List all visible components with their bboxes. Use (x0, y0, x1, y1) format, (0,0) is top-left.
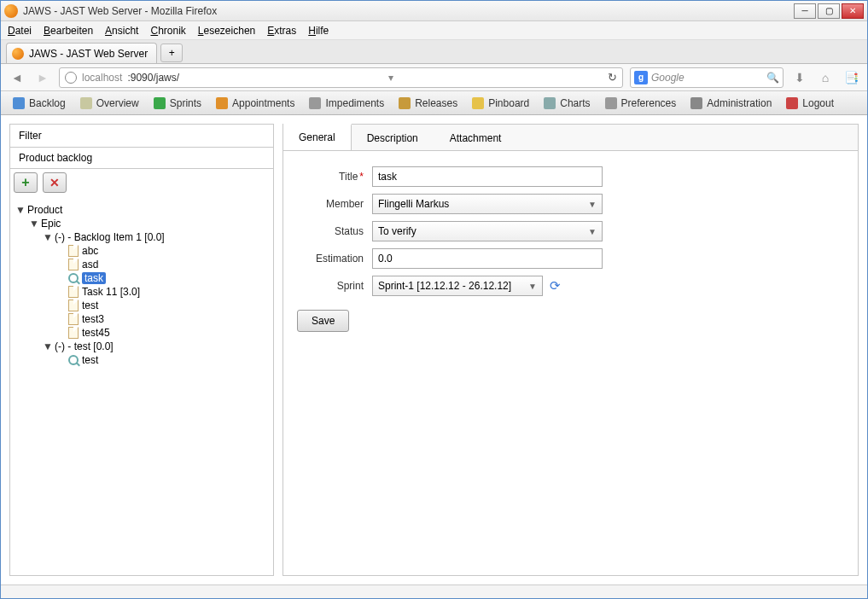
refresh-sprint-icon[interactable]: ⟳ (550, 278, 561, 294)
google-icon: g (634, 71, 648, 84)
downloads-button[interactable]: ⬇ (790, 68, 809, 87)
tree-toggle-icon: ▼ (29, 218, 38, 230)
member-label: Member (297, 198, 364, 210)
title-label: Title (339, 171, 358, 183)
filter-box[interactable]: Filter (10, 125, 273, 148)
toolbar-impediments[interactable]: Impediments (302, 94, 391, 113)
magnifier-icon (68, 273, 79, 283)
tree-node[interactable]: ▼Product (15, 203, 268, 217)
tree-toggle-icon: ▼ (43, 340, 51, 352)
minimize-button[interactable]: ─ (794, 3, 816, 19)
tree-label: task (82, 272, 106, 284)
overview-icon (80, 97, 92, 109)
menu-chronik[interactable]: Chronik (150, 25, 185, 37)
backlog-icon (13, 97, 25, 109)
toolbar-administration[interactable]: Administration (684, 94, 778, 113)
toolbar-backlog[interactable]: Backlog (6, 94, 73, 113)
tree-label: (-) - Backlog Item 1 [0.0] (55, 231, 165, 243)
administration-icon (690, 97, 702, 109)
sidebar: Filter Product backlog + ✕ ▼Product▼Epic… (9, 124, 274, 576)
toolbar-releases[interactable]: Releases (392, 94, 464, 113)
tree-node[interactable]: ▼(-) - test [0.0] (15, 340, 268, 353)
estimation-label: Estimation (297, 253, 364, 265)
toolbar-charts[interactable]: Charts (537, 94, 597, 113)
document-icon (68, 245, 79, 257)
delete-button[interactable]: ✕ (43, 172, 67, 193)
magnifier-icon (68, 355, 79, 365)
logout-icon (786, 97, 798, 109)
menu-lesezeichen[interactable]: Lesezeichen (198, 25, 255, 37)
search-bar[interactable]: g Google 🔍 (630, 67, 784, 88)
browser-tabbar: JAWS - JAST Web Server + (1, 40, 867, 64)
document-icon (68, 313, 79, 325)
menu-ansicht[interactable]: Ansicht (105, 25, 138, 37)
backlog-header: Product backlog (10, 148, 273, 169)
toolbar-overview[interactable]: Overview (73, 94, 146, 113)
tree-node[interactable]: abc (15, 244, 268, 258)
tree-node[interactable]: test45 (15, 326, 268, 340)
estimation-input[interactable] (372, 248, 603, 269)
back-button[interactable]: ◄ (8, 68, 26, 87)
sprints-icon (154, 97, 166, 109)
window-titlebar: JAWS - JAST Web Server - Mozilla Firefox… (1, 1, 867, 21)
tree-node[interactable]: Task 11 [3.0] (15, 285, 268, 299)
tree-label: Epic (41, 218, 61, 230)
sprint-label: Sprint (297, 280, 364, 292)
tree-node[interactable]: asd (15, 258, 268, 271)
toolbar-logout[interactable]: Logout (779, 94, 841, 113)
app-content: Filter Product backlog + ✕ ▼Product▼Epic… (1, 115, 867, 584)
tab-attachment[interactable]: Attachment (434, 125, 518, 150)
tree-toggle-icon: ▼ (15, 204, 24, 216)
menu-bearbeiten[interactable]: Bearbeiten (44, 25, 93, 37)
reload-button[interactable]: ↻ (608, 71, 617, 84)
bookmarks-button[interactable]: 📑 (842, 68, 860, 87)
firefox-icon (4, 4, 18, 18)
toolbar-pinboard[interactable]: Pinboard (465, 94, 536, 113)
window-title: JAWS - JAST Web Server - Mozilla Firefox (23, 5, 794, 17)
toolbar-sprints[interactable]: Sprints (147, 94, 208, 113)
save-button[interactable]: Save (297, 310, 349, 332)
tree-node[interactable]: ▼Epic (15, 217, 268, 230)
tree-node[interactable]: test (15, 353, 268, 367)
pinboard-icon (472, 97, 484, 109)
tree-label: test3 (82, 313, 104, 325)
document-icon (68, 327, 79, 339)
url-bar[interactable]: localhost:9090/jaws/ ▾ ↻ (59, 67, 623, 88)
tab-description[interactable]: Description (352, 125, 434, 150)
detail-tabs: GeneralDescriptionAttachment (283, 125, 858, 151)
document-icon (68, 286, 79, 298)
tree-node[interactable]: task (15, 271, 268, 285)
new-tab-button[interactable]: + (160, 44, 183, 62)
maximize-button[interactable]: ▢ (818, 3, 840, 19)
toolbar-appointments[interactable]: Appointments (209, 94, 301, 113)
browser-tab[interactable]: JAWS - JAST Web Server (6, 43, 157, 63)
sprint-select[interactable]: Sprint-1 [12.12.12 - 26.12.12]▼ (372, 276, 543, 296)
menu-hilfe[interactable]: Hilfe (308, 25, 329, 37)
backlog-tree: ▼Product▼Epic▼(-) - Backlog Item 1 [0.0]… (10, 196, 273, 575)
impediments-icon (309, 97, 321, 109)
tree-node[interactable]: ▼(-) - Backlog Item 1 [0.0] (15, 230, 268, 244)
title-input[interactable] (372, 166, 603, 187)
home-button[interactable]: ⌂ (816, 68, 835, 87)
forward-button[interactable]: ► (33, 68, 52, 87)
status-select[interactable]: To verify▼ (372, 221, 603, 241)
tab-favicon (12, 48, 24, 60)
search-placeholder: Google (651, 72, 684, 84)
statusbar (1, 584, 867, 599)
close-button[interactable]: ✕ (842, 3, 864, 19)
globe-icon (65, 72, 77, 84)
menu-extras[interactable]: Extras (267, 25, 296, 37)
tree-node[interactable]: test3 (15, 312, 268, 326)
tab-general[interactable]: General (283, 124, 352, 150)
browser-menubar: Datei Bearbeiten Ansicht Chronik Lesezei… (1, 21, 867, 40)
app-toolbar: BacklogOverviewSprintsAppointmentsImpedi… (1, 91, 867, 115)
tree-node[interactable]: test (15, 299, 268, 312)
add-button[interactable]: + (14, 172, 38, 193)
member-select[interactable]: Flingelli Markus▼ (372, 194, 603, 214)
browser-navbar: ◄ ► localhost:9090/jaws/ ▾ ↻ g Google 🔍 … (1, 64, 867, 91)
search-button[interactable]: 🔍 (766, 72, 779, 84)
url-path: :9090/jaws/ (127, 72, 179, 84)
toolbar-preferences[interactable]: Preferences (598, 94, 684, 113)
menu-datei[interactable]: Datei (8, 25, 32, 37)
tree-label: asd (82, 259, 98, 270)
